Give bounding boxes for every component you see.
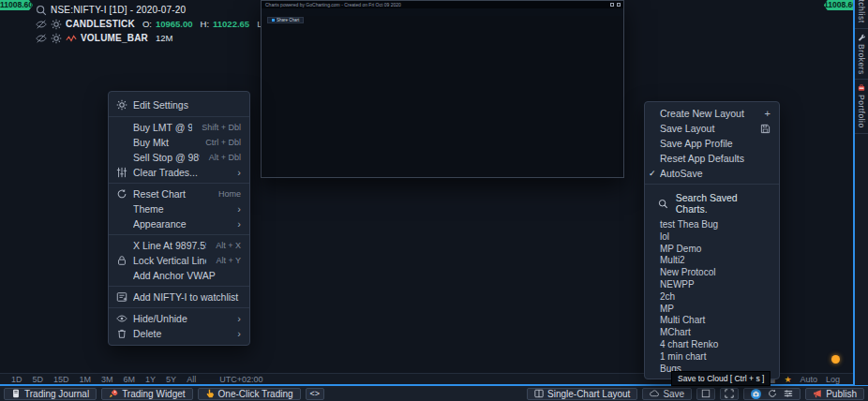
symbol-search-icon[interactable] [36, 5, 47, 16]
rocket-icon [109, 389, 118, 398]
menu-item-buy-lmt[interactable]: Buy LMT @ 9897.59 Shift + Dbl [109, 120, 249, 135]
timeframe-1y[interactable]: 1Y [145, 375, 156, 384]
menu-item-x-line[interactable]: X Line At 9897.59 Alt + X [109, 238, 249, 253]
menu-item-hide-unhide[interactable]: Hide/Unhide › [109, 311, 249, 326]
save-to-cloud-tooltip: Save to Cloud [ Ctrl + s ] [671, 371, 771, 386]
menu-item-create-new-layout[interactable]: Create New Layout + [645, 106, 779, 121]
menu-item-save-layout[interactable]: Save Layout [645, 121, 779, 136]
menu-item-clear-trades[interactable]: Clear Trades... › [109, 165, 249, 180]
chart-share-preview-window[interactable]: Charts powered by GoCharting.com - Creat… [261, 0, 624, 178]
notification-dot[interactable] [831, 355, 840, 364]
trading-widget-button[interactable]: Trading Widget [101, 388, 192, 400]
code-icon: <> [310, 389, 321, 398]
one-click-trading-button[interactable]: One-Click Trading [198, 388, 301, 400]
search-placeholder: Search Saved Charts. [676, 192, 770, 215]
menu-label: Delete [133, 328, 228, 339]
eye-icon [116, 313, 133, 324]
menu-label: Buy LMT @ 9897.59 [133, 122, 192, 133]
timeframe-5d[interactable]: 5D [33, 375, 44, 384]
menu-label: Reset App Defaults [660, 153, 771, 164]
single-chart-layout-button[interactable]: Single-Chart Layout [527, 388, 637, 400]
publish-button[interactable]: Publish [805, 388, 864, 400]
pointer-hand-icon [205, 389, 215, 398]
select-region-button[interactable] [696, 388, 715, 400]
tune-icon[interactable] [784, 389, 793, 398]
menu-item-edit-settings[interactable]: Edit Settings [109, 96, 249, 113]
menu-item-save-app-profile[interactable]: Save App Profile [645, 136, 779, 151]
saved-chart-item[interactable]: NEWPP [645, 279, 779, 291]
app-root: { "legend": { "symbol_title": "NSE:NIFTY… [0, 0, 868, 401]
refresh-icon[interactable] [768, 389, 777, 398]
fullscreen-button[interactable] [720, 388, 739, 400]
preview-title-text: Charts powered by GoCharting.com - Creat… [265, 2, 401, 7]
reset-icon [116, 188, 133, 200]
saved-chart-item[interactable]: lol [645, 231, 779, 244]
symbol-title[interactable]: NSE:NIFTY-I [1D] - 2020-07-20 [51, 5, 186, 15]
menu-item-reset-app-defaults[interactable]: Reset App Defaults [645, 151, 779, 166]
submenu-arrow-icon: › [237, 328, 241, 339]
saved-chart-item[interactable]: Multi Chart [645, 315, 779, 327]
preview-edit-icon[interactable] [610, 3, 614, 7]
saved-chart-item[interactable]: 1 min chart [645, 351, 779, 364]
menu-item-theme[interactable]: Theme › [109, 201, 249, 216]
save-button[interactable]: Save [642, 388, 692, 400]
volume-settings-icon[interactable] [51, 33, 62, 44]
menu-label: Sell Stop @ 9897.59 [133, 152, 200, 163]
menu-item-add-anchor-vwap[interactable]: Add Anchor VWAP [109, 268, 249, 283]
favorite-star-icon[interactable]: ★ [784, 375, 791, 384]
menu-item-buy-mkt[interactable]: Buy Mkt Ctrl + Dbl [109, 135, 249, 150]
saved-chart-item[interactable]: MP Demo [645, 244, 779, 256]
screenshot-button[interactable] [751, 389, 761, 399]
menu-shortcut: Home [218, 189, 241, 199]
timeframe-1m[interactable]: 1M [80, 375, 92, 384]
preview-expand-icon[interactable] [617, 3, 621, 7]
menu-shortcut: Alt + Dbl [209, 153, 241, 162]
saved-chart-item[interactable]: 2ch [645, 291, 779, 304]
menu-label: Create New Layout [660, 108, 765, 119]
timeframe-15d[interactable]: 15D [53, 375, 69, 384]
series-settings-icon[interactable] [51, 19, 62, 30]
timeframe-5y[interactable]: 5Y [166, 375, 176, 384]
hide-series-icon[interactable] [36, 19, 47, 30]
saved-chart-item[interactable]: MChart [645, 327, 779, 339]
hide-volume-icon[interactable] [36, 33, 47, 44]
menu-item-sell-stop[interactable]: Sell Stop @ 9897.59 Alt + Dbl [109, 150, 249, 165]
tab-portfolio[interactable]: Portfolio [855, 80, 868, 134]
saved-chart-item[interactable]: Multi2 [645, 255, 779, 267]
menu-divider [109, 307, 249, 308]
saved-chart-item[interactable]: 4 chart Renko [645, 339, 779, 351]
timezone-label[interactable]: UTC+02:00 [219, 375, 262, 384]
sliders-icon [116, 167, 133, 178]
tab-brokers[interactable]: Brokers [855, 29, 868, 81]
scale-log-toggle[interactable]: Log [826, 375, 840, 384]
saved-chart-item[interactable]: test Thea Bug [645, 219, 779, 231]
menu-item-autosave[interactable]: ✓ AutoSave [645, 166, 779, 181]
menu-label: Clear Trades... [133, 167, 228, 178]
price-badge-last-left: 11008.60 [0, 0, 33, 10]
timeframe-1d[interactable]: 1D [11, 375, 22, 384]
menu-label: X Line At 9897.59 [133, 240, 206, 251]
saved-chart-item[interactable]: New Protocol [645, 267, 779, 279]
menu-label: Save Layout [660, 123, 760, 134]
code-snippet-button[interactable]: <> [306, 388, 325, 400]
preview-tabstrip: Share Chart [262, 8, 623, 16]
saved-chart-item[interactable]: MP [645, 304, 779, 316]
menu-item-delete[interactable]: Delete › [109, 326, 249, 341]
camera-icon [753, 391, 759, 397]
journal-icon [11, 389, 21, 398]
trading-journal-button[interactable]: Trading Journal [4, 388, 97, 400]
menu-item-add-to-watchlist[interactable]: Add NIFTY-I to watchlist [109, 290, 249, 304]
menu-label: Save App Profile [660, 138, 771, 149]
menu-divider [109, 286, 249, 287]
menu-item-lock-vertical-line[interactable]: Lock Vertical Line Alt + Y [109, 253, 249, 268]
timeframe-3m[interactable]: 3M [101, 375, 113, 384]
scale-auto-toggle[interactable]: Auto [800, 375, 817, 384]
saved-charts-search[interactable]: Search Saved Charts. [645, 187, 779, 219]
timeframe-all[interactable]: All [187, 375, 196, 384]
timeframe-6m[interactable]: 6M [124, 375, 136, 384]
tab-watchlist[interactable]: Watchlist [855, 0, 868, 29]
menu-item-appearance[interactable]: Appearance › [109, 216, 249, 231]
submenu-arrow-icon: › [237, 203, 241, 215]
menu-item-reset-chart[interactable]: Reset Chart Home [109, 186, 249, 201]
trading-widget-label: Trading Widget [122, 389, 185, 399]
